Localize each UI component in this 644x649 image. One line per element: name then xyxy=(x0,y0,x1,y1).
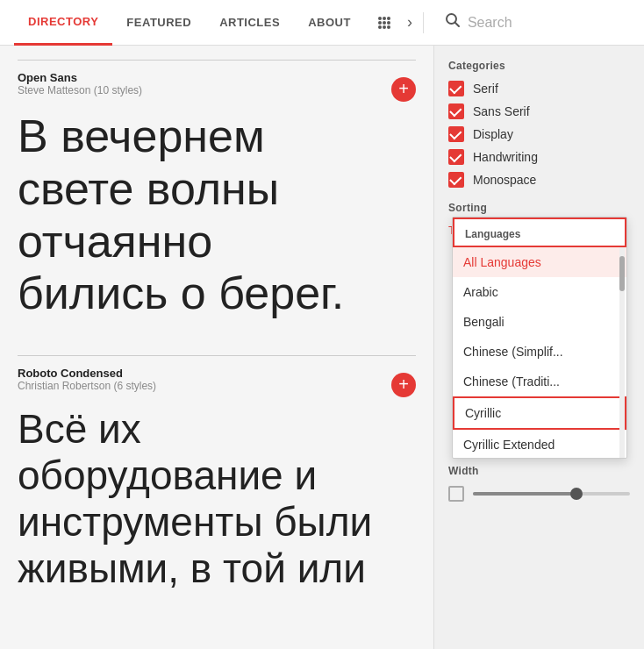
width-slider[interactable] xyxy=(473,492,630,496)
width-row xyxy=(448,486,630,502)
language-bengali[interactable]: Bengali xyxy=(453,307,626,337)
font-preview-1: В вечернемсвете волныотчаяннобились о бе… xyxy=(18,111,416,320)
font-list: Open Sans Steve Matteson (10 styles) + В… xyxy=(0,46,433,649)
scrollbar-thumb xyxy=(619,256,625,291)
language-chinese-traditional[interactable]: Chinese (Traditi... xyxy=(453,367,626,396)
more-chevron-icon[interactable]: › xyxy=(404,13,416,32)
language-cyrillic-extended[interactable]: Cyrillic Extended xyxy=(453,430,626,458)
category-display[interactable]: Display xyxy=(448,126,630,142)
language-all[interactable]: All Languages xyxy=(453,247,626,277)
add-font-button-1[interactable]: + xyxy=(391,77,416,102)
font-card-roboto-condensed: Roboto Condensed Christian Robertson (6 … xyxy=(0,341,433,606)
svg-point-1 xyxy=(383,17,386,20)
sans-serif-checkbox[interactable] xyxy=(448,103,464,119)
nav-articles[interactable]: ARTICLES xyxy=(205,0,294,46)
svg-point-3 xyxy=(383,21,386,25)
font-preview-2: Всё ихоборудование иинструменты былиживы… xyxy=(18,406,416,592)
font-card-open-sans: Open Sans Steve Matteson (10 styles) + В… xyxy=(0,46,433,341)
monospace-label: Monospace xyxy=(473,173,536,187)
width-checkbox[interactable] xyxy=(448,486,464,502)
handwriting-label: Handwriting xyxy=(473,150,538,164)
font-card-header-2: Roboto Condensed Christian Robertson (6 … xyxy=(18,355,416,403)
serif-label: Serif xyxy=(473,82,498,96)
language-chinese-simplified[interactable]: Chinese (Simplif... xyxy=(453,337,626,367)
svg-point-4 xyxy=(378,25,382,29)
nav-featured[interactable]: FEATURED xyxy=(112,0,205,46)
serif-checkbox[interactable] xyxy=(448,81,464,96)
width-slider-thumb[interactable] xyxy=(570,488,583,500)
nav-items: DIRECTORY FEATURED ARTICLES ABOUT › xyxy=(14,0,416,46)
search-area[interactable]: Search xyxy=(431,12,630,32)
language-cyrillic[interactable]: Cyrillic xyxy=(453,396,626,430)
font-name-1: Open Sans xyxy=(18,71,142,84)
search-icon xyxy=(445,12,461,32)
category-sans-serif[interactable]: Sans Serif xyxy=(448,103,630,119)
languages-dropdown[interactable]: Languages All Languages Arabic Bengali C… xyxy=(452,217,627,459)
width-section: Width xyxy=(448,465,630,502)
grid-icon[interactable] xyxy=(365,0,404,46)
font-meta-1: Steve Matteson (10 styles) xyxy=(18,84,142,96)
dropdown-scrollbar[interactable] xyxy=(619,247,625,458)
font-card-header-1: Open Sans Steve Matteson (10 styles) + xyxy=(18,60,416,107)
font-name-2: Roboto Condensed xyxy=(18,367,156,380)
search-placeholder: Search xyxy=(468,15,512,31)
width-slider-fill xyxy=(473,492,575,496)
category-monospace[interactable]: Monospace xyxy=(448,172,630,188)
sorting-title: Sorting xyxy=(448,202,630,214)
nav-divider xyxy=(423,12,424,33)
languages-header: Languages xyxy=(453,218,626,247)
display-label: Display xyxy=(473,127,513,141)
category-handwriting[interactable]: Handwriting xyxy=(448,149,630,165)
svg-point-2 xyxy=(378,21,382,25)
svg-point-6 xyxy=(387,17,390,20)
font-meta-2: Christian Robertson (6 styles) xyxy=(18,380,156,392)
language-arabic[interactable]: Arabic xyxy=(453,277,626,307)
handwriting-checkbox[interactable] xyxy=(448,149,464,165)
top-navigation: DIRECTORY FEATURED ARTICLES ABOUT › xyxy=(0,0,644,46)
languages-list: All Languages Arabic Bengali Chinese (Si… xyxy=(453,247,626,458)
category-serif[interactable]: Serif xyxy=(448,81,630,96)
nav-directory[interactable]: DIRECTORY xyxy=(14,0,112,46)
svg-line-10 xyxy=(454,23,459,27)
monospace-checkbox[interactable] xyxy=(448,172,464,188)
svg-point-5 xyxy=(383,25,386,29)
add-font-button-2[interactable]: + xyxy=(391,373,416,397)
display-checkbox[interactable] xyxy=(448,126,464,142)
svg-point-8 xyxy=(387,25,390,29)
svg-point-0 xyxy=(378,17,382,20)
main-layout: Open Sans Steve Matteson (10 styles) + В… xyxy=(0,46,644,649)
sans-serif-label: Sans Serif xyxy=(473,104,530,118)
svg-point-7 xyxy=(387,21,390,25)
right-sidebar: Categories Serif Sans Serif Display Hand… xyxy=(433,46,644,649)
categories-title: Categories xyxy=(448,60,630,72)
width-title: Width xyxy=(448,465,630,477)
nav-about[interactable]: ABOUT xyxy=(294,0,365,46)
